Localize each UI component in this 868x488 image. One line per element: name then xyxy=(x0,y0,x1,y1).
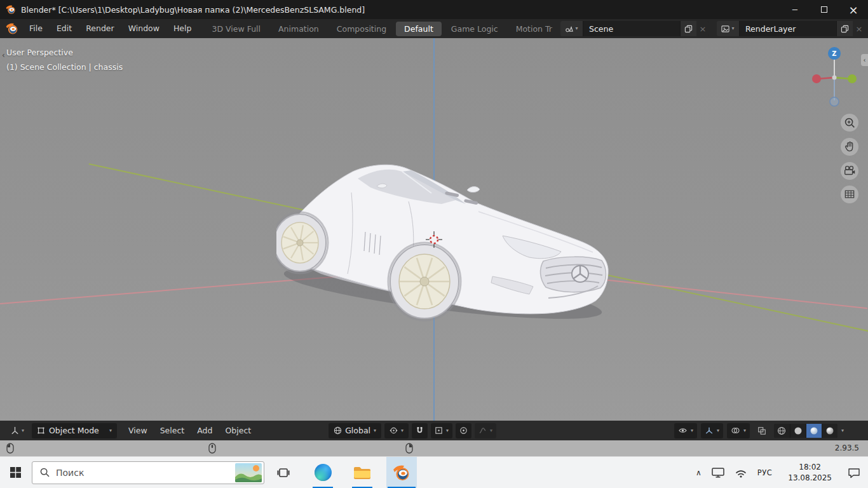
maximize-button[interactable] xyxy=(810,0,839,19)
3d-viewport[interactable]: ‹ User Perspective (1) Scene Collection … xyxy=(0,38,868,421)
tray-expand-button[interactable]: ∧ xyxy=(691,457,707,488)
proportional-editing-toggle[interactable] xyxy=(456,423,471,438)
tab-motion-tracking[interactable]: Motion Tr xyxy=(508,22,554,36)
toolbar-toggle-icon[interactable]: ‹ xyxy=(2,51,5,60)
mouse-right-icon xyxy=(405,443,413,456)
windows-taskbar: ∧ РУС 18:02 13.08.2025 xyxy=(0,456,868,488)
render-layer-name-field[interactable]: RenderLayer xyxy=(740,21,836,36)
menu-select[interactable]: Select xyxy=(154,421,191,440)
tray-display-button[interactable] xyxy=(707,457,729,488)
xray-toggle[interactable] xyxy=(754,423,770,438)
mouse-middle-icon xyxy=(208,443,216,456)
taskbar-search[interactable] xyxy=(32,461,264,484)
mode-selector[interactable]: Object Mode ▾ xyxy=(32,423,117,438)
taskbar-file-explorer[interactable] xyxy=(347,457,377,488)
menu-object[interactable]: Object xyxy=(219,421,257,440)
tab-3d-view-full[interactable]: 3D View Full xyxy=(203,22,269,36)
close-button[interactable]: × xyxy=(839,0,868,19)
proportional-editing-icon xyxy=(459,426,468,435)
render-layer-browse-button[interactable]: ▾ xyxy=(717,21,740,36)
blender-version: 2.93.5 xyxy=(835,444,859,452)
close-icon: × xyxy=(848,3,858,17)
tab-default[interactable]: Default xyxy=(396,22,442,36)
render-layer-new-button[interactable] xyxy=(836,21,853,36)
editor-type-button[interactable]: ▾ xyxy=(6,423,28,438)
maximize-icon xyxy=(821,6,827,13)
scene-browse-button[interactable]: ▾ xyxy=(560,21,583,36)
scene-unlink-button[interactable]: × xyxy=(696,21,709,36)
navigation-gizmo[interactable]: Z xyxy=(812,46,857,112)
proportional-falloff-selector[interactable]: ▾ xyxy=(475,423,496,438)
car-model[interactable] xyxy=(276,162,616,329)
wireframe-sphere-icon xyxy=(777,426,786,435)
language-label: РУС xyxy=(757,468,772,477)
window-title: Blender* [C:\Users\1\Desktop\Ladybug\Нов… xyxy=(21,5,365,15)
tab-compositing[interactable]: Compositing xyxy=(329,22,395,36)
zoom-icon xyxy=(843,116,857,130)
shading-solid-button[interactable] xyxy=(790,424,806,438)
shading-rendered-button[interactable] xyxy=(822,424,837,438)
snap-increment-icon xyxy=(435,426,443,435)
camera-view-button[interactable] xyxy=(841,162,858,180)
magnet-icon xyxy=(416,426,424,435)
pivot-icon xyxy=(390,426,398,435)
grid-icon xyxy=(843,188,856,201)
workspace-tabs: 3D View Full Animation Compositing Defau… xyxy=(203,22,554,36)
chevron-down-icon: ▾ xyxy=(490,428,492,433)
scene-name-field[interactable]: Scene xyxy=(583,21,680,36)
object-visibility-selector[interactable]: ▾ xyxy=(674,423,697,438)
tab-animation[interactable]: Animation xyxy=(270,22,327,36)
overlays-selector[interactable]: ▾ xyxy=(727,423,750,438)
blender-topbar: File Edit Render Window Help 3D View Ful… xyxy=(0,19,868,38)
start-button[interactable] xyxy=(0,457,31,488)
edge-icon xyxy=(315,464,332,481)
sidebar-toggle[interactable]: ‹ xyxy=(861,54,868,66)
shading-dropdown-icon[interactable]: ▾ xyxy=(841,428,844,433)
menu-view[interactable]: View xyxy=(122,421,154,440)
snap-toggle[interactable] xyxy=(412,423,428,438)
task-view-button[interactable] xyxy=(268,457,299,488)
wifi-icon xyxy=(735,468,747,478)
taskbar-edge[interactable] xyxy=(308,457,338,488)
gizmos-selector[interactable]: ▾ xyxy=(701,423,723,438)
menu-render[interactable]: Render xyxy=(79,19,121,38)
tab-game-logic[interactable]: Game Logic xyxy=(443,22,506,36)
tray-date: 13.08.2025 xyxy=(788,473,832,483)
falloff-curve-icon xyxy=(478,426,487,435)
pan-tool-button[interactable] xyxy=(841,138,858,156)
search-highlight-image[interactable] xyxy=(235,463,262,482)
gizmo-axes-icon xyxy=(705,426,714,435)
status-bar: 2.93.5 xyxy=(0,440,868,456)
snap-target-selector[interactable]: ▾ xyxy=(431,423,452,438)
solid-sphere-icon xyxy=(794,426,803,435)
camera-icon xyxy=(843,164,857,178)
rendered-sphere-icon xyxy=(825,426,834,435)
menu-file[interactable]: File xyxy=(22,19,50,38)
clock[interactable]: 18:02 13.08.2025 xyxy=(777,457,843,488)
pivot-point-selector[interactable]: ▾ xyxy=(384,423,409,438)
orientation-globe-icon xyxy=(334,426,342,435)
tray-network-button[interactable] xyxy=(729,457,752,488)
render-layer-remove-button[interactable]: × xyxy=(853,21,865,36)
shading-wireframe-button[interactable] xyxy=(774,424,790,438)
menu-window[interactable]: Window xyxy=(121,19,166,38)
minimize-button[interactable]: ─ xyxy=(780,0,810,19)
transform-orientation-selector[interactable]: Global ▾ xyxy=(329,423,381,438)
orthographic-toggle-button[interactable] xyxy=(841,186,858,203)
menu-edit[interactable]: Edit xyxy=(50,19,79,38)
blender-menu-logo[interactable] xyxy=(0,22,22,35)
scene-new-button[interactable] xyxy=(680,21,696,36)
system-tray: ∧ РУС 18:02 13.08.2025 xyxy=(691,457,868,488)
zoom-tool-button[interactable] xyxy=(841,114,858,132)
language-indicator[interactable]: РУС xyxy=(752,457,777,488)
shading-material-button[interactable] xyxy=(806,424,822,438)
menu-help[interactable]: Help xyxy=(166,19,199,38)
orientation-label: Global xyxy=(345,426,370,435)
windows-logo-icon xyxy=(10,467,21,478)
menu-add[interactable]: Add xyxy=(191,421,219,440)
search-icon xyxy=(40,468,50,477)
search-input[interactable] xyxy=(56,468,235,478)
taskbar-blender[interactable] xyxy=(386,457,417,488)
mode-label: Object Mode xyxy=(49,426,99,435)
action-center-button[interactable] xyxy=(843,457,868,488)
